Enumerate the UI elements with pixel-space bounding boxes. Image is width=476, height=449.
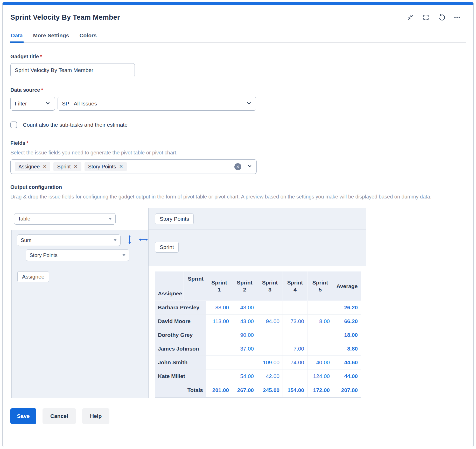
dialog-accent-bar: [3, 2, 473, 5]
value-cell: 44.60: [333, 356, 361, 369]
output-configuration-description: Drag & drop the issue fields for configu…: [10, 193, 466, 201]
value-cell: [307, 328, 333, 342]
value-cell: [283, 301, 307, 315]
value-cell: 66.20: [333, 315, 361, 328]
page-title: Sprint Velocity By Team Member: [10, 13, 120, 22]
value-cell: 37.00: [232, 342, 257, 356]
row-name-cell: Kate Millet: [155, 369, 206, 383]
clear-all-icon[interactable]: ✕: [234, 163, 241, 170]
story-points-field-chip[interactable]: Story Points: [155, 213, 194, 224]
save-button[interactable]: Save: [10, 408, 36, 424]
value-cell: 73.00: [283, 315, 307, 328]
data-source-filter-select[interactable]: SP - All Issues: [58, 97, 256, 111]
remove-chip-icon[interactable]: ✕: [74, 164, 78, 169]
gadget-title-input[interactable]: Sprint Velocity By Team Member: [10, 63, 135, 77]
chip-label: Sprint: [57, 164, 71, 170]
vertical-arrows-icon[interactable]: [127, 235, 132, 245]
fullscreen-icon[interactable]: [422, 13, 430, 21]
value-cell: 88.00: [206, 301, 232, 315]
row-name-cell: James Johnson: [155, 342, 206, 356]
totals-value-cell: 154.00: [283, 383, 307, 397]
value-cell: 109.00: [257, 356, 283, 369]
columns-zone: Sprint: [149, 230, 366, 266]
tab-more-settings[interactable]: More Settings: [33, 31, 70, 42]
table-row: James Johnson37.007.008.80: [155, 342, 361, 356]
aggregation-panel: Sum Story Points: [11, 230, 148, 266]
gadget-config-dialog: Sprint Velocity By Team Member: [2, 2, 474, 447]
chevron-down-icon[interactable]: [247, 163, 252, 170]
value-cell: 124.00: [307, 369, 333, 383]
dropdown-triangle-icon: [109, 218, 112, 220]
value-cell: 40.00: [307, 356, 333, 369]
pivot-column-header: Sprint3: [257, 272, 283, 301]
help-button[interactable]: Help: [82, 408, 110, 424]
corner-empty-cell: [155, 272, 184, 286]
row-name-cell: David Moore: [155, 315, 206, 328]
value-cell: 8.00: [307, 315, 333, 328]
dropdown-triangle-icon: [122, 254, 125, 256]
gadget-title-label: Gadget title*: [10, 54, 466, 60]
value-cell: 74.00: [283, 356, 307, 369]
value-cell: 94.00: [257, 315, 283, 328]
fields-multiselect[interactable]: Assignee✕Sprint✕Story Points✕ ✕: [10, 159, 257, 174]
refresh-icon[interactable]: [438, 13, 445, 21]
totals-value-cell: 201.00: [206, 383, 232, 397]
corner-empty-cell: [184, 286, 206, 301]
chevron-down-icon: [45, 100, 51, 107]
subtasks-checkbox[interactable]: [10, 122, 17, 128]
view-type-select[interactable]: Table: [14, 213, 116, 225]
totals-row: Totals201.00267.00245.00154.00172.00207.…: [155, 383, 361, 397]
aggregation-field-select[interactable]: Story Points: [26, 250, 129, 261]
value-cell: 43.00: [232, 301, 257, 315]
table-row: Dorothy Grey90.0018.00: [155, 328, 361, 342]
row-name-cell: Dorothy Grey: [155, 328, 206, 342]
value-cell: 90.00: [232, 328, 257, 342]
pivot-column-header: Sprint4: [283, 272, 307, 301]
value-cell: [206, 369, 232, 383]
table-row: David Moore113.0043.0094.0073.008.0066.2…: [155, 315, 361, 328]
selected-field-chip[interactable]: Assignee✕: [15, 162, 50, 171]
value-cell: 54.00: [232, 369, 257, 383]
value-cell: [307, 342, 333, 356]
fields-helper-text: Select the issue fields you need to gene…: [10, 150, 466, 156]
aggregation-select[interactable]: Sum: [17, 234, 121, 246]
chip-label: Assignee: [18, 164, 40, 170]
cancel-button[interactable]: Cancel: [43, 408, 76, 424]
pivot-column-header: Sprint2: [232, 272, 257, 301]
value-cell: 113.00: [206, 315, 232, 328]
dropdown-triangle-icon: [114, 239, 117, 241]
output-configuration-label: Output configuration: [10, 184, 466, 190]
corner-sprint-label: Sprint: [184, 272, 206, 286]
value-cell: 26.20: [333, 301, 361, 315]
more-options-icon[interactable]: [453, 13, 461, 21]
value-cell: [232, 356, 257, 369]
row-name-cell: Barbara Presley: [155, 301, 206, 315]
totals-value-cell: 172.00: [307, 383, 333, 397]
value-cell: [206, 356, 232, 369]
value-cell: [257, 301, 283, 315]
horizontal-arrows-icon[interactable]: [139, 237, 148, 243]
data-source-label: Data source*: [10, 87, 466, 93]
remove-chip-icon[interactable]: ✕: [119, 164, 123, 169]
value-cell: 18.00: [333, 328, 361, 342]
value-cell: 42.00: [257, 369, 283, 383]
pivot-column-header: Average: [333, 272, 361, 301]
value-cell: [206, 328, 232, 342]
corner-assignee-label: Assignee: [155, 286, 184, 301]
value-cell: [283, 328, 307, 342]
tab-colors[interactable]: Colors: [79, 31, 97, 42]
totals-value-cell: 207.80: [333, 383, 361, 397]
table-row: Barbara Presley88.0043.0026.20: [155, 301, 361, 315]
collapse-icon[interactable]: [407, 13, 414, 21]
data-source-type-select[interactable]: Filter: [10, 97, 55, 111]
measures-zone: Story Points: [149, 208, 366, 230]
sprint-field-chip[interactable]: Sprint: [155, 242, 179, 253]
assignee-field-chip[interactable]: Assignee: [17, 271, 49, 282]
chevron-down-icon: [246, 100, 252, 107]
selected-field-chip[interactable]: Sprint✕: [53, 162, 81, 171]
selected-field-chip[interactable]: Story Points✕: [85, 162, 127, 171]
value-cell: [283, 369, 307, 383]
value-cell: 8.80: [333, 342, 361, 356]
tab-data[interactable]: Data: [10, 31, 23, 42]
remove-chip-icon[interactable]: ✕: [43, 164, 47, 169]
